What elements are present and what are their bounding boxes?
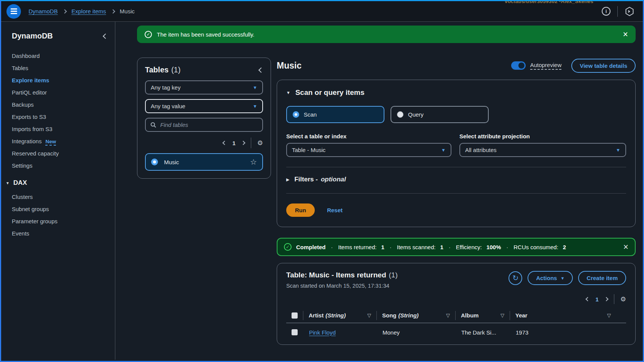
item-artist-link[interactable]: Pink Floyd <box>309 329 336 336</box>
prev-page-icon[interactable] <box>223 141 227 145</box>
column-sort-icon[interactable]: ▽ <box>501 312 504 318</box>
scan-mode-option[interactable]: Scan <box>286 106 384 123</box>
sidebar-item-reserved-capacity[interactable]: Reserved capacity <box>12 147 107 159</box>
run-button[interactable]: Run <box>286 203 315 217</box>
sidebar-item-partiql-editor[interactable]: PartiQL editor <box>12 86 107 98</box>
main-content: ✓ The item has been saved successfully. … <box>115 22 643 360</box>
new-badge[interactable]: New <box>45 139 56 146</box>
scan-query-expander[interactable]: ▼ Scan or query items <box>286 88 626 97</box>
cloudshell-icon[interactable] <box>625 6 634 16</box>
topbar-utilities: i <box>602 6 634 17</box>
scan-completed-banner: ✓ Completed · Items returned: 1 · Items … <box>277 238 636 256</box>
tables-panel-collapse-icon[interactable] <box>258 67 264 72</box>
search-input[interactable] <box>160 122 258 128</box>
favorite-star-icon[interactable]: ☆ <box>250 157 257 167</box>
prev-page-icon[interactable] <box>586 297 590 301</box>
settings-gear-icon[interactable]: ⚙ <box>620 295 626 303</box>
sidebar-nav: Dashboard Tables Explore items PartiQL e… <box>12 50 107 171</box>
top-navigation-bar: DynamoDB Explore items Music i <box>1 1 643 22</box>
tables-count: (1) <box>171 66 180 74</box>
item-year-value: 1973 <box>510 329 626 336</box>
column-sort-icon[interactable]: ▽ <box>367 312 371 318</box>
sidebar-item-explore-items[interactable]: Explore items <box>12 74 107 86</box>
column-header-year[interactable]: Year ▽ <box>510 312 626 319</box>
sidebar-item-integrations[interactable]: IntegrationsNew <box>12 135 107 147</box>
radio-selected-icon[interactable] <box>151 159 158 165</box>
sidebar-item-parameter-groups[interactable]: Parameter groups <box>12 215 107 227</box>
account-username-text: voclabs/user3059302 -Alex_Skenes <box>505 0 593 4</box>
page-title: Music <box>277 61 301 71</box>
reset-button[interactable]: Reset <box>327 207 343 213</box>
flash-message: The item has been saved successfully. <box>157 31 255 38</box>
column-header-artist[interactable]: Artist(String) ▽ <box>303 312 376 319</box>
scan-query-card: ▼ Scan or query items Scan Query <box>277 80 636 227</box>
status-metric: Efficiency: <box>456 244 482 250</box>
table-item-music[interactable]: Music ☆ <box>145 153 263 171</box>
attribute-projection-select[interactable]: All attributes ▼ <box>459 143 626 157</box>
autopreview-label[interactable]: Autopreview <box>530 62 562 70</box>
sidebar-item-events[interactable]: Events <box>12 227 107 239</box>
sidebar-item-backups[interactable]: Backups <box>12 98 107 111</box>
view-table-details-button[interactable]: View table details <box>571 59 636 73</box>
app-window: { "account_bar": { "account_text": "vocl… <box>0 0 644 362</box>
next-page-icon[interactable] <box>241 141 245 145</box>
create-item-button[interactable]: Create item <box>578 271 626 285</box>
tag-value-select[interactable]: Any tag value ▼ <box>145 99 263 113</box>
item-song-value: Money <box>377 329 455 336</box>
query-mode-option[interactable]: Query <box>391 106 489 123</box>
tag-key-select[interactable]: Any tag key ▼ <box>145 80 263 95</box>
breadcrumb-separator-icon <box>111 9 115 13</box>
breadcrumb-dynamodb-link[interactable]: DynamoDB <box>29 8 58 14</box>
projection-select-label: Select attribute projection <box>459 133 626 139</box>
topbar-divider <box>617 6 618 17</box>
settings-gear-icon[interactable]: ⚙ <box>257 139 263 147</box>
column-header-song[interactable]: Song(String) ▽ <box>377 312 455 319</box>
column-header-album[interactable]: Album ▽ <box>456 312 510 319</box>
sidebar-collapse-icon[interactable] <box>103 33 108 38</box>
actions-dropdown-button[interactable]: Actions ▼ <box>528 271 573 285</box>
separator-dot: · <box>506 244 508 250</box>
search-icon <box>150 122 156 128</box>
sidebar-item-settings[interactable]: Settings <box>12 159 107 171</box>
separator-dot: · <box>390 244 392 250</box>
section-expand-icon: ▶ <box>286 177 289 182</box>
status-metric: Items scanned: <box>397 244 436 250</box>
chevron-down-icon: ▼ <box>253 85 257 90</box>
chevron-down-icon: ▼ <box>560 276 564 280</box>
next-page-icon[interactable] <box>604 297 608 301</box>
sidebar-item-imports-from-s3[interactable]: Imports from S3 <box>12 123 107 135</box>
filters-expander[interactable]: ▶ Filters - optional <box>286 176 626 183</box>
info-icon[interactable]: i <box>602 7 611 16</box>
status-metric-value: 1 <box>440 244 443 250</box>
breadcrumb: DynamoDB Explore items Music <box>29 8 135 14</box>
table-index-select[interactable]: Table - Music ▼ <box>286 143 451 157</box>
sidebar-section-dax[interactable]: ▼ DAX <box>6 179 107 187</box>
radio-unselected-icon <box>397 111 403 118</box>
breadcrumb-explore-items-link[interactable]: Explore items <box>72 8 106 14</box>
divider <box>286 193 626 194</box>
sidebar-item-subnet-groups[interactable]: Subnet groups <box>12 203 107 215</box>
pagination-divider <box>614 294 614 304</box>
page-number[interactable]: 1 <box>595 296 598 303</box>
flash-close-icon[interactable]: × <box>623 30 628 39</box>
column-sort-icon[interactable]: ▽ <box>607 312 611 318</box>
column-sort-icon[interactable]: ▽ <box>446 312 450 318</box>
sidebar-dax-nav: Clusters Subnet groups Parameter groups … <box>12 191 107 239</box>
status-close-icon[interactable]: × <box>623 243 628 251</box>
refresh-button[interactable]: ↻ <box>509 271 522 285</box>
sidebar-item-tables[interactable]: Tables <box>12 62 107 74</box>
sidebar-item-dashboard[interactable]: Dashboard <box>12 50 107 62</box>
autopreview-toggle[interactable] <box>511 61 526 70</box>
row-checkbox[interactable] <box>292 329 298 335</box>
sidebar-item-clusters[interactable]: Clusters <box>12 191 107 203</box>
menu-hamburger-button[interactable] <box>6 4 21 19</box>
sidebar-item-exports-to-s3[interactable]: Exports to S3 <box>12 111 107 123</box>
divider <box>286 167 626 167</box>
results-pagination: 1 ⚙ <box>286 293 626 305</box>
sidebar: DynamoDB Dashboard Tables Explore items … <box>1 22 115 360</box>
breadcrumb-current-page: Music <box>120 8 135 14</box>
select-all-checkbox[interactable] <box>292 312 298 319</box>
separator-dot: · <box>449 244 451 250</box>
page-number[interactable]: 1 <box>232 140 235 146</box>
status-metric-value: 1 <box>381 244 384 250</box>
